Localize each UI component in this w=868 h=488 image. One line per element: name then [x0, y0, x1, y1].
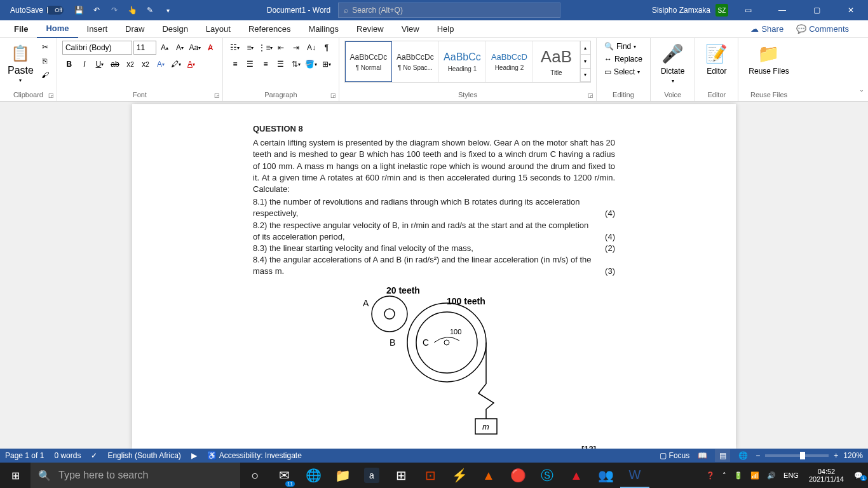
style-heading2[interactable]: AaBbCcDHeading 2 [486, 41, 533, 82]
tab-design[interactable]: Design [153, 20, 196, 38]
editor-button[interactable]: 📝Editor [700, 41, 733, 78]
show-marks-button[interactable]: ¶ [320, 41, 334, 55]
replace-button[interactable]: ↔Replace [602, 53, 645, 65]
superscript-button[interactable]: x2 [139, 57, 153, 71]
unknown-icon[interactable]: ⚡ [445, 463, 474, 488]
dictate-button[interactable]: 🎤Dictate▾ [656, 41, 689, 86]
chevron-up-icon[interactable]: ˄ [720, 471, 729, 480]
paste-button[interactable]: 📋 Paste ▾ [5, 41, 36, 90]
gallery-up[interactable]: ▴ [581, 41, 590, 55]
autosave-toggle[interactable]: AutoSave Off [5, 6, 69, 15]
ribbon-display-button[interactable]: ▭ [733, 0, 763, 20]
styles-gallery[interactable]: AaBbCcDc¶ Normal AaBbCcDc¶ No Spac... Aa… [344, 41, 591, 83]
teams-icon[interactable]: 👥 [591, 463, 620, 488]
highlight-button[interactable]: 🖍▾ [169, 57, 183, 71]
draw-button[interactable]: ✎ [142, 3, 158, 18]
comments-button[interactable]: 💬Comments [790, 22, 855, 36]
focus-mode[interactable]: ▢ Focus [660, 451, 690, 460]
borders-button[interactable]: ⊞▾ [320, 57, 334, 71]
clock[interactable]: 04:52 2021/11/14 [804, 468, 849, 483]
document-page[interactable]: QUESTION 8 A certain lifting system is p… [132, 104, 736, 449]
print-layout-button[interactable]: ▤ [715, 449, 730, 462]
word-count[interactable]: 0 words [54, 451, 81, 460]
tab-insert[interactable]: Insert [78, 20, 117, 38]
tab-references[interactable]: References [240, 20, 299, 38]
tab-layout[interactable]: Layout [197, 20, 240, 38]
read-mode-button[interactable]: 📖 [695, 449, 710, 462]
acrobat-icon[interactable]: ▲ [562, 463, 591, 488]
tab-review[interactable]: Review [348, 20, 393, 38]
language-tray[interactable]: ENG [781, 471, 801, 479]
justify-button[interactable]: ☰ [274, 57, 288, 71]
align-center-button[interactable]: ☰ [243, 57, 257, 71]
qat-more[interactable]: ▾ [160, 3, 175, 18]
minimize-button[interactable]: — [768, 0, 797, 20]
multilevel-button[interactable]: ⋮≡▾ [259, 41, 273, 55]
word-icon[interactable]: W [620, 463, 649, 488]
zoom-in-button[interactable]: + [834, 451, 838, 460]
share-button[interactable]: ☁Share [744, 22, 790, 36]
tab-help[interactable]: Help [428, 20, 463, 38]
select-button[interactable]: ▭Select▾ [602, 66, 645, 78]
tab-draw[interactable]: Draw [116, 20, 153, 38]
page-count[interactable]: Page 1 of 1 [5, 451, 44, 460]
web-layout-button[interactable]: 🌐 [735, 449, 750, 462]
redo-button[interactable]: ↷ [107, 3, 122, 18]
vlc-icon[interactable]: ▲ [474, 463, 503, 488]
search-box[interactable]: ⌕ Search (Alt+Q) [338, 3, 560, 18]
spellcheck-icon[interactable]: ✓ [91, 451, 97, 460]
paragraph-launcher[interactable]: ◲ [330, 92, 336, 98]
font-size-select[interactable] [133, 41, 156, 55]
change-case-button[interactable]: Aa▾ [188, 41, 202, 55]
tab-mailings[interactable]: Mailings [299, 20, 348, 38]
skype-icon[interactable]: Ⓢ [532, 463, 562, 488]
style-title[interactable]: AaBTitle [533, 41, 580, 82]
numbering-button[interactable]: ≡▾ [243, 41, 257, 55]
macro-icon[interactable]: ▶ [191, 451, 197, 460]
user-name[interactable]: Sisipho Zamxaka [652, 6, 710, 15]
accessibility[interactable]: ♿ Accessibility: Investigate [207, 451, 302, 460]
sort-button[interactable]: A↓ [304, 41, 318, 55]
align-left-button[interactable]: ≡ [228, 57, 242, 71]
gallery-down[interactable]: ▾ [581, 55, 590, 68]
taskbar-search[interactable]: 🔍 Type here to search [31, 463, 240, 488]
style-no-spacing[interactable]: AaBbCcDc¶ No Spac... [392, 41, 439, 82]
zoom-level[interactable]: 120% [843, 451, 863, 460]
zoom-slider[interactable] [765, 454, 829, 457]
zoom-out-button[interactable]: − [756, 451, 760, 460]
font-name-select[interactable] [62, 41, 132, 55]
amazon-icon[interactable]: a [364, 468, 379, 483]
bullets-button[interactable]: ☷▾ [228, 41, 242, 55]
edge-icon[interactable]: 🌐 [299, 463, 328, 488]
reuse-files-button[interactable]: 📁Reuse Files [743, 41, 794, 78]
maximize-button[interactable]: ▢ [802, 0, 831, 20]
help-tray-icon[interactable]: ❓ [703, 471, 717, 480]
close-button[interactable]: ✕ [836, 0, 865, 20]
language[interactable]: English (South Africa) [107, 451, 180, 460]
chrome-icon[interactable]: 🔴 [503, 463, 532, 488]
subscript-button[interactable]: x2 [123, 57, 137, 71]
start-button[interactable]: ⊞ [0, 463, 31, 488]
italic-button[interactable]: I [78, 57, 92, 71]
shrink-font-button[interactable]: A▾ [173, 41, 187, 55]
format-painter-button[interactable]: 🖌 [39, 69, 51, 81]
text-effects-button[interactable]: A▾ [154, 57, 168, 71]
copy-button[interactable]: ⎘ [39, 55, 51, 67]
document-area[interactable]: QUESTION 8 A certain lifting system is p… [0, 102, 868, 449]
tab-home[interactable]: Home [37, 20, 78, 38]
wifi-icon[interactable]: 📶 [748, 471, 762, 480]
shading-button[interactable]: 🪣▾ [304, 57, 318, 71]
align-right-button[interactable]: ≡ [259, 57, 273, 71]
strikethrough-button[interactable]: ab [108, 57, 122, 71]
clipboard-launcher[interactable]: ◲ [48, 92, 54, 98]
volume-icon[interactable]: 🔊 [764, 471, 778, 480]
style-heading1[interactable]: AaBbCcHeading 1 [439, 41, 486, 82]
styles-launcher[interactable]: ◲ [588, 92, 593, 98]
grow-font-button[interactable]: A▴ [158, 41, 172, 55]
touch-mode-button[interactable]: 👆 [125, 3, 140, 18]
user-avatar[interactable]: SZ [715, 4, 728, 17]
cut-button[interactable]: ✂ [39, 41, 51, 53]
clear-formatting-button[interactable]: A̷ [203, 41, 217, 55]
decrease-indent-button[interactable]: ⇤ [274, 41, 288, 55]
cortana-icon[interactable]: ○ [240, 463, 269, 488]
